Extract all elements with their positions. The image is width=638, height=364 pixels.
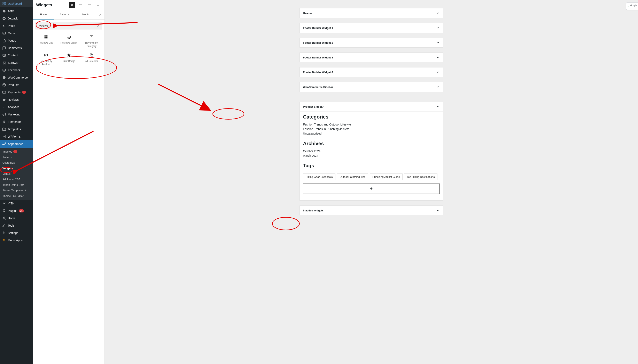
block-search-input[interactable] bbox=[35, 22, 95, 30]
widget-area-header: Header bbox=[299, 8, 443, 18]
block-item-reviews-by-product[interactable]: Reviews by Product bbox=[35, 50, 57, 68]
submenu-item-theme-file-editor[interactable]: Theme File Editor bbox=[0, 193, 33, 199]
tab-patterns[interactable]: Patterns bbox=[54, 10, 75, 20]
redo-button[interactable] bbox=[86, 2, 93, 8]
sidebar-item-label: Dashboard bbox=[8, 2, 22, 5]
svg-rect-22 bbox=[4, 120, 5, 121]
sidebar-item-tools[interactable]: Tools bbox=[0, 222, 33, 229]
sidebar-item-meow-apps[interactable]: MMeow Apps bbox=[0, 237, 33, 244]
tags-block[interactable]: Tags bbox=[300, 158, 443, 168]
meow-icon: M bbox=[2, 238, 6, 242]
archives-block[interactable]: Archives October 2024March 2024 bbox=[300, 136, 443, 158]
sidebar-item-label: Tools bbox=[8, 224, 15, 227]
svg-rect-0 bbox=[3, 2, 4, 3]
tag-row: Hiking Gear EssentialsOutdoor Clothing T… bbox=[300, 171, 443, 180]
submenu-item-menus[interactable]: Menus bbox=[0, 171, 33, 176]
widget-area-footer-builder-widget-2: Footer Builder Widget 2 bbox=[299, 38, 443, 48]
sidebar-item-yith[interactable]: YITH bbox=[0, 200, 33, 207]
widget-area-header[interactable]: Footer Builder Widget 2 bbox=[300, 38, 443, 47]
sidebar-item-analytics[interactable]: Analytics bbox=[0, 103, 33, 111]
submenu-item-customize[interactable]: Customize bbox=[0, 160, 33, 166]
archive-link[interactable]: October 2024 bbox=[303, 149, 440, 154]
sidebar-item-payments[interactable]: Payments1 bbox=[0, 88, 33, 96]
sidebar-item-settings[interactable]: Settings bbox=[0, 229, 33, 237]
widget-area-header[interactable]: Header bbox=[300, 8, 443, 18]
sidebar-item-jetpack[interactable]: Jetpack bbox=[0, 15, 33, 22]
tag-link[interactable]: Punching Jacket Guide bbox=[370, 174, 403, 180]
undo-button[interactable] bbox=[77, 2, 84, 8]
tag-link[interactable]: Hiking Gear Essentials bbox=[303, 174, 336, 180]
list-view-button[interactable] bbox=[95, 2, 101, 8]
submenu-item-import-demo-data[interactable]: Import Demo Data bbox=[0, 182, 33, 188]
submenu-item-themes[interactable]: Themes1 bbox=[0, 149, 33, 154]
widget-area-header[interactable]: Inactive widgets bbox=[300, 206, 443, 215]
category-link[interactable]: Fashion Trends in Punching Jackets bbox=[303, 127, 440, 131]
widget-area-header[interactable]: WooCommerce Sidebar bbox=[300, 82, 443, 92]
block-item-all-reviews[interactable]: All Reviews bbox=[80, 50, 103, 68]
tab-media[interactable]: Media bbox=[75, 10, 96, 20]
google-translate-tab[interactable]: Google Tr bbox=[626, 2, 638, 10]
sidebar-item-pages[interactable]: Pages bbox=[0, 37, 33, 44]
tag-link[interactable]: Top Hiking Destinations bbox=[404, 174, 437, 180]
sidebar-item-woocommerce[interactable]: WooCommerce bbox=[0, 74, 33, 81]
svg-point-10 bbox=[5, 64, 6, 64]
widget-area-header[interactable]: Footer Builder Widget 1 bbox=[300, 23, 443, 32]
sidebar-item-media[interactable]: Media bbox=[0, 30, 33, 37]
sidebar-item-wpforms[interactable]: WPForms bbox=[0, 133, 33, 140]
sidebar-item-plugins[interactable]: Plugins15 bbox=[0, 207, 33, 214]
category-link[interactable]: Fashion Trends and Outdoor Lifestyle bbox=[303, 122, 440, 127]
submenu-item-starter-templates[interactable]: Starter Templates✦ bbox=[0, 188, 33, 193]
sidebar-item-posts[interactable]: Posts bbox=[0, 22, 33, 30]
widget-area-header[interactable]: Footer Builder Widget 4 bbox=[300, 68, 443, 77]
chevron-down-icon bbox=[436, 208, 440, 212]
block-item-reviews-slider[interactable]: Reviews Slider bbox=[57, 32, 80, 50]
sidebar-item-users[interactable]: Users bbox=[0, 214, 33, 222]
submenu-item-additional-css[interactable]: Additional CSS bbox=[0, 176, 33, 182]
inserter-tabs: Blocks Patterns Media bbox=[33, 10, 105, 20]
block-item-trust-badge[interactable]: Trust Badge bbox=[57, 50, 80, 68]
submenu-item-widgets[interactable]: Widgets bbox=[0, 166, 33, 171]
close-inserter-button[interactable] bbox=[69, 2, 75, 8]
submenu-item-patterns[interactable]: Patterns bbox=[0, 154, 33, 160]
block-label: Reviews by Category bbox=[81, 42, 102, 48]
svg-rect-56 bbox=[44, 54, 48, 56]
chevron-down-icon bbox=[436, 85, 440, 89]
sidebar-item-appearance[interactable]: Appearance bbox=[0, 140, 33, 148]
tabs-close-icon[interactable] bbox=[96, 10, 105, 20]
widget-area-header[interactable]: Footer Builder Widget 3 bbox=[300, 53, 443, 62]
feedback-icon bbox=[2, 68, 6, 72]
sidebar-item-marketing[interactable]: Marketing bbox=[0, 111, 33, 118]
quote-icon bbox=[89, 34, 94, 39]
svg-rect-49 bbox=[67, 36, 70, 38]
sidebar-item-products[interactable]: Products bbox=[0, 81, 33, 88]
grid-icon bbox=[44, 34, 49, 39]
categories-block[interactable]: Categories Fashion Trends and Outdoor Li… bbox=[300, 112, 443, 136]
sidebar-item-elementor[interactable]: Elementor bbox=[0, 118, 33, 126]
tab-blocks[interactable]: Blocks bbox=[33, 10, 54, 20]
block-item-reviews-by-category[interactable]: Reviews by Category bbox=[80, 32, 103, 50]
add-block-button[interactable]: + bbox=[303, 184, 440, 194]
block-item-reviews-grid[interactable]: Reviews Grid bbox=[35, 32, 57, 50]
product-sidebar-body: Categories Fashion Trends and Outdoor Li… bbox=[300, 111, 443, 200]
sidebar-item-templates[interactable]: Templates bbox=[0, 126, 33, 133]
svg-rect-46 bbox=[46, 36, 48, 37]
clear-search-icon[interactable] bbox=[95, 22, 102, 30]
tag-link[interactable]: Outdoor Clothing Tips bbox=[337, 174, 368, 180]
archive-link[interactable]: March 2024 bbox=[303, 154, 440, 158]
svg-point-51 bbox=[69, 38, 69, 38]
appearance-submenu: Themes1PatternsCustomizeWidgetsMenusAddi… bbox=[0, 148, 33, 200]
category-link[interactable]: Uncategorized bbox=[303, 131, 440, 136]
jetpack-icon bbox=[2, 16, 6, 20]
sidebar-item-reviews[interactable]: Reviews bbox=[0, 96, 33, 103]
sidebar-item-feedback[interactable]: Feedback bbox=[0, 66, 33, 74]
svg-point-7 bbox=[3, 33, 4, 34]
sidebar-item-astra[interactable]: Astra bbox=[0, 8, 33, 15]
box-icon bbox=[2, 83, 6, 87]
widget-area-header[interactable]: Product Sidebar bbox=[300, 102, 443, 111]
sidebar-item-dashboard[interactable]: Dashboard bbox=[0, 0, 33, 8]
sidebar-item-comments[interactable]: Comments bbox=[0, 44, 33, 52]
sidebar-item-label: Settings bbox=[8, 231, 18, 234]
sidebar-item-contact[interactable]: Contact bbox=[0, 52, 33, 59]
sidebar-item-surecart[interactable]: SureCart bbox=[0, 59, 33, 66]
block-label: All Reviews bbox=[85, 60, 98, 63]
